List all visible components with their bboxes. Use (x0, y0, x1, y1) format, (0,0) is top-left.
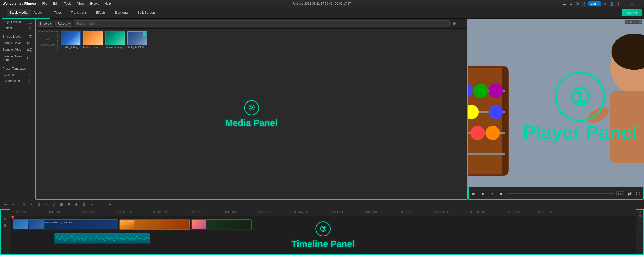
track-clip-show-magic[interactable] (54, 233, 150, 244)
tab-stock-media[interactable]: Stock Media (7, 9, 31, 16)
ruler-mark-0: 00:00:00:00 (13, 211, 26, 214)
media-thumb-keyframes[interactable]: keyframes-winning-p... (83, 31, 103, 49)
cart-icon[interactable]: 🛒 (582, 1, 586, 6)
export-button[interactable]: Export (622, 9, 642, 16)
refresh-icon[interactable]: ↻ (575, 1, 580, 6)
tab-audio[interactable]: Audio (31, 9, 45, 16)
sidebar-section-sample-green-screen[interactable]: Sample Green Screen (10) (0, 53, 35, 63)
tl-tool-color[interactable]: ◉ (66, 201, 72, 208)
filter-icon[interactable]: ⚙ (452, 21, 457, 26)
tl-tool-delete[interactable]: 🗑 (20, 201, 27, 208)
tab-split-screen[interactable]: Split Screen (133, 7, 159, 19)
media-thumb-aiplay[interactable]: ✓ AiPlayAndNoWork_1... (127, 31, 147, 49)
track-row-1: AIPlayAndWork_1 Preview (2) Win on iPhon… (10, 218, 636, 231)
ruler-mark-10: 00:00:50:00 (365, 211, 378, 214)
ruler-mark-5: 00:00:25:00 (189, 211, 202, 214)
player-right-controls: Full 🔊 ⛶ (616, 190, 641, 197)
player-video-frame: ① Player Panel (468, 19, 644, 187)
download-icon[interactable]: ⬇ (616, 1, 620, 6)
menu-view[interactable]: View (76, 1, 85, 6)
import-media-area[interactable]: + Import Media (38, 31, 58, 51)
tl-tool-zoom-in[interactable]: + (107, 201, 113, 208)
tl-tool-zoom-out[interactable]: – (99, 201, 106, 208)
media-grid: + Import Media 1200_650-og keyfra (35, 29, 468, 200)
tl-tool-split[interactable]: ⊟ (81, 201, 87, 208)
ruler-mark-15: 00:01:15:00 (538, 211, 552, 214)
tl-tool-transform[interactable]: ⊞ (58, 201, 65, 208)
tl-right-icon-3[interactable]: ≡ (639, 219, 641, 222)
cloud-icon[interactable]: ☁ (562, 1, 567, 6)
app-logo: Wondershare Filmora (3, 2, 36, 5)
tl-left-icon-2[interactable]: 🎬 (3, 223, 8, 228)
mail-icon[interactable]: ✉ (603, 1, 607, 6)
sidebar-section-shared-media[interactable]: Shared Media (0) (0, 33, 35, 40)
sidebar-section-sample-video[interactable]: Sample Video (20) (0, 46, 35, 53)
thumb-label-aiplay: AiPlayAndNoWork_1... (127, 46, 147, 49)
tab-titles[interactable]: Titles (50, 7, 66, 19)
menu-file[interactable]: File (41, 1, 48, 6)
thumb-img-show-magic (105, 31, 125, 45)
timeline-right-controls: ⊕ ⚙ ≡ ◫ (636, 209, 644, 255)
menu-edit[interactable]: Edit (52, 1, 59, 6)
player-volume-button[interactable]: 🔊 (626, 190, 633, 197)
tl-right-icon-4[interactable]: ◫ (639, 223, 641, 227)
tl-left-icon-1[interactable]: ⊕ (3, 216, 8, 221)
menu-export[interactable]: Export (89, 1, 100, 6)
import-button[interactable]: Import ▾ (38, 21, 53, 27)
minimize-button[interactable]: ─ (622, 1, 627, 6)
player-rewind-button[interactable]: ⏮ (470, 190, 477, 197)
tl-tool-loop[interactable]: ↺ (43, 201, 50, 208)
tl-tool-crop[interactable]: ⊡ (35, 201, 42, 208)
all-templates-count: (50) (27, 79, 32, 82)
login-button[interactable]: Login (588, 1, 601, 6)
view-options-icon[interactable]: ⋮ (459, 21, 465, 26)
player-fullscreen-button[interactable]: ⛶ (634, 190, 641, 197)
player-progress-bar[interactable] (507, 193, 614, 194)
tab-transitions[interactable]: Transitions (66, 7, 91, 19)
record-button[interactable]: Record ▾ (55, 21, 72, 27)
sidebar-section-sample-color[interactable]: Sample Color (25) (0, 40, 35, 46)
ruler-mark-9: 00:00:45:00 (330, 211, 343, 214)
tab-effects[interactable]: Effects (91, 7, 110, 19)
ruler-mark-12: 00:01:00:00 (435, 211, 449, 214)
media-panel-toolbar: Import ▾ Record ▾ ⚙ ⋮ (35, 19, 468, 29)
tl-left-icon-3[interactable]: ♪ (3, 229, 8, 234)
playhead[interactable] (13, 216, 13, 255)
tl-right-icon-1[interactable]: ⊕ (639, 210, 641, 213)
sidebar-section-preset-templates[interactable]: Preset Templates (0, 65, 35, 72)
tab-media[interactable]: Stock Media Audio (2, 7, 50, 19)
track-clip-1200[interactable]: Win on iPhone 12 (119, 219, 190, 230)
tab-elements[interactable]: Elements (110, 7, 133, 19)
sidebar-item-custom[interactable]: Custom (0) (0, 72, 35, 78)
sidebar-item-all-templates[interactable]: All Templates (50) (0, 78, 35, 84)
timeline-left: ⊕ 🎬 ♪ (0, 209, 10, 255)
tl-tool-audio[interactable]: ♬ (88, 201, 95, 208)
sidebar-section-project-media[interactable]: Project Media (4) (0, 19, 35, 25)
media-thumb-1200[interactable]: 1200_650-og (61, 31, 81, 49)
maximize-button[interactable]: □ (629, 1, 634, 6)
close-button[interactable]: ✕ (636, 1, 641, 6)
svg-rect-10 (502, 67, 508, 175)
tl-right-icon-2[interactable]: ⚙ (639, 214, 641, 218)
player-forward-button[interactable]: ⏭ (489, 190, 496, 197)
menu-help[interactable]: Help (104, 1, 112, 6)
tl-tool-undo[interactable]: ↩ (2, 201, 9, 208)
tl-tool-marker[interactable]: ◆ (73, 201, 80, 208)
menu-tools[interactable]: Tools (63, 1, 72, 6)
tl-tool-cut[interactable]: ✂ (28, 201, 34, 208)
tl-tool-speed[interactable]: ⏱ (51, 201, 57, 208)
svg-text:①: ① (569, 84, 591, 111)
thumb-img-keyframes (83, 31, 103, 45)
settings-icon[interactable]: ⚙ (569, 1, 573, 6)
sidebar-item-folder[interactable]: Folder (4) (0, 25, 35, 31)
track-clip-aiplay[interactable]: AIPlayAndWork_1 Preview (2) (13, 219, 118, 230)
user-icon[interactable]: 👤 (609, 1, 614, 6)
timeline-ruler: 00:00:00:00 00:00:05:00 00:00:10:00 00:0… (10, 209, 636, 216)
player-play-button[interactable]: ▶ (479, 190, 487, 197)
player-stop-button[interactable]: ⏹ (498, 190, 505, 197)
media-search-input[interactable] (74, 20, 450, 27)
tl-tool-redo[interactable]: ↪ (10, 201, 16, 208)
media-thumb-show-magic[interactable]: show-your-magic-vid... (105, 31, 125, 49)
track-clip-keyframes[interactable] (191, 219, 252, 230)
full-label[interactable]: Full (616, 191, 624, 196)
